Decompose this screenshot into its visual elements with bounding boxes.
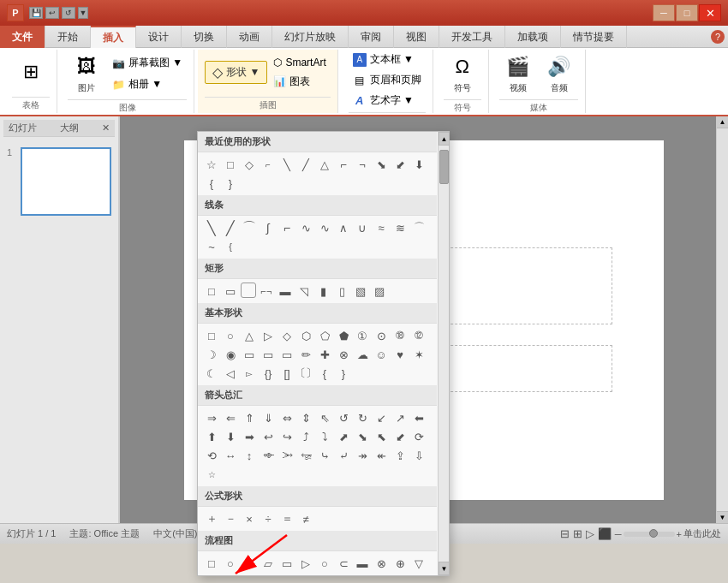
tab-slideshow[interactable]: 幻灯片放映 bbox=[272, 26, 349, 48]
shape-item[interactable]: } bbox=[335, 365, 352, 382]
zoom-slider[interactable]: ─ + 单击此处 bbox=[615, 527, 721, 540]
btn-picture[interactable]: 🖼 图片 bbox=[68, 50, 105, 98]
shape-item[interactable]: ☺ bbox=[373, 346, 390, 363]
shape-item[interactable]: ⊙ bbox=[373, 327, 390, 344]
shape-item[interactable]: ▮ bbox=[314, 283, 331, 300]
shape-item[interactable]: ↗ bbox=[391, 409, 409, 426]
panel-scrollbar[interactable]: ▲ ▼ bbox=[438, 132, 449, 575]
shape-item[interactable]: ⊗ bbox=[335, 346, 352, 363]
shape-item[interactable]: ＋ bbox=[203, 510, 220, 527]
shape-item[interactable]: ▯ bbox=[333, 283, 350, 300]
btn-header-footer[interactable]: ▤ 页眉和页脚 bbox=[349, 70, 426, 90]
shape-item[interactable]: ⌐ bbox=[278, 219, 295, 236]
shape-item[interactable]: ⌐ bbox=[335, 156, 352, 173]
shape-item[interactable]: ✶ bbox=[410, 346, 427, 363]
tab-transition[interactable]: 切换 bbox=[182, 26, 227, 48]
shape-item[interactable]: ↻ bbox=[354, 409, 371, 426]
minimize-button[interactable]: ─ bbox=[653, 4, 675, 21]
shape-item[interactable]: × bbox=[241, 510, 258, 527]
tab-insert[interactable]: 插入 bbox=[91, 26, 136, 48]
shape-item[interactable]: ⤶ bbox=[335, 447, 352, 464]
btn-textbox[interactable]: A 文本框 ▼ bbox=[349, 50, 426, 69]
shape-item[interactable]: ╱ bbox=[222, 219, 239, 236]
shape-item[interactable]: ⬈ bbox=[335, 428, 352, 445]
shape-item[interactable]: ⭃ bbox=[278, 447, 295, 464]
shape-item[interactable]: ⬉ bbox=[373, 428, 390, 445]
slide-thumb-1[interactable] bbox=[21, 147, 111, 216]
shape-item[interactable]: ✚ bbox=[316, 346, 333, 363]
shape-item[interactable]: ⬊ bbox=[354, 428, 371, 445]
shape-item[interactable]: { bbox=[203, 175, 220, 192]
view-slideshow[interactable]: ⬛ bbox=[598, 527, 612, 540]
shape-item[interactable]: ⊂ bbox=[335, 555, 352, 572]
shape-item[interactable]: ◎ bbox=[335, 574, 352, 575]
btn-shapes[interactable]: ◇ 形状 ▼ bbox=[205, 61, 267, 84]
shape-item[interactable]: 〔〕 bbox=[297, 365, 314, 382]
shape-item[interactable]: ▬ bbox=[277, 283, 294, 300]
shape-item[interactable]: ⬆ bbox=[203, 428, 220, 445]
shape-item[interactable]: ⑫ bbox=[410, 327, 427, 344]
shape-item[interactable]: □ bbox=[203, 555, 220, 572]
shape-item[interactable]: □ bbox=[222, 156, 239, 173]
shape-item[interactable]: ◁ bbox=[241, 574, 258, 575]
quick-access-more[interactable]: ▼ bbox=[78, 7, 88, 19]
shape-item[interactable]: ⑱ bbox=[391, 327, 409, 344]
tab-home[interactable]: 开始 bbox=[45, 26, 91, 48]
shape-item[interactable]: ÷ bbox=[260, 510, 277, 527]
shape-item[interactable]: ⬋ bbox=[391, 156, 409, 173]
shape-item[interactable]: ◉ bbox=[222, 346, 239, 363]
panel-close[interactable]: ✕ bbox=[102, 122, 110, 134]
shape-item[interactable]: ▭ bbox=[373, 574, 390, 575]
shape-item[interactable]: ☽ bbox=[203, 346, 220, 363]
shape-item[interactable]: ○ bbox=[222, 327, 239, 344]
tab-storyboard[interactable]: 情节提要 bbox=[561, 26, 627, 48]
btn-table[interactable]: ⊞ bbox=[12, 55, 50, 91]
shape-item[interactable]: ♥ bbox=[391, 346, 409, 363]
shape-item[interactable]: ⤴ bbox=[297, 428, 314, 445]
shape-item[interactable]: ⬅ bbox=[410, 409, 427, 426]
shape-item[interactable]: － bbox=[222, 510, 239, 527]
shape-item[interactable]: ⬋ bbox=[391, 428, 409, 445]
shape-item[interactable]: ⇕ bbox=[297, 409, 314, 426]
shape-item[interactable]: ⬇ bbox=[222, 428, 239, 445]
btn-album[interactable]: 📁 相册 ▼ bbox=[107, 74, 187, 94]
quick-access-save[interactable]: 💾 bbox=[29, 7, 43, 19]
shape-item[interactable]: ◇ bbox=[241, 156, 258, 173]
shape-item[interactable]: ◇ bbox=[278, 327, 295, 344]
shape-item[interactable]: ⬡ bbox=[278, 574, 295, 575]
shape-item[interactable]: [] bbox=[278, 365, 295, 382]
shape-item[interactable]: ⌒ bbox=[241, 219, 258, 236]
shape-item[interactable]: { bbox=[316, 365, 333, 382]
shape-item[interactable]: ◇ bbox=[241, 555, 258, 572]
btn-video[interactable]: 🎬 视频 bbox=[499, 50, 537, 98]
shape-item[interactable]: ⌐ bbox=[260, 156, 277, 173]
shape-item[interactable]: ⇖ bbox=[316, 409, 333, 426]
shape-item[interactable]: ○ bbox=[316, 555, 333, 572]
shape-item[interactable]: ╲ bbox=[278, 156, 295, 173]
shape-item[interactable]: ○ bbox=[316, 574, 333, 575]
shape-item[interactable]: ∪ bbox=[354, 219, 371, 236]
shape-item[interactable]: ∫ bbox=[260, 219, 277, 236]
shape-item[interactable]: ⊗ bbox=[373, 555, 390, 572]
shape-item[interactable]: ≠ bbox=[297, 510, 314, 527]
view-slide-sorter[interactable]: ⊞ bbox=[573, 527, 582, 540]
shape-item[interactable]: ▧ bbox=[352, 283, 369, 300]
shape-item[interactable]: △ bbox=[241, 327, 258, 344]
tab-file[interactable]: 文件 bbox=[0, 26, 45, 48]
shape-item[interactable]: ▱ bbox=[260, 555, 277, 572]
panel-tab-slides[interactable]: 幻灯片 bbox=[9, 122, 37, 134]
shape-item[interactable]: ⇩ bbox=[410, 447, 427, 464]
btn-screenshot[interactable]: 📷 屏幕截图 ▼ bbox=[107, 53, 187, 73]
shape-item[interactable]: ▭ bbox=[278, 555, 295, 572]
shape-item[interactable]: ○ bbox=[222, 555, 239, 572]
tab-developer[interactable]: 开发工具 bbox=[439, 26, 505, 48]
shape-item[interactable]: ↞ bbox=[373, 447, 390, 464]
shape-item[interactable]: ↙ bbox=[373, 409, 390, 426]
shape-item[interactable]: ╲ bbox=[203, 219, 220, 236]
shape-item[interactable]: □ bbox=[203, 283, 220, 300]
shape-item[interactable]: ≋ bbox=[391, 219, 409, 236]
shape-item[interactable]: ∇ bbox=[222, 574, 239, 575]
shape-item[interactable]: ⇐ bbox=[222, 409, 239, 426]
shape-item[interactable]: ◁ bbox=[222, 365, 239, 382]
canvas-scrollbar[interactable]: ▲ ▼ bbox=[716, 116, 728, 523]
